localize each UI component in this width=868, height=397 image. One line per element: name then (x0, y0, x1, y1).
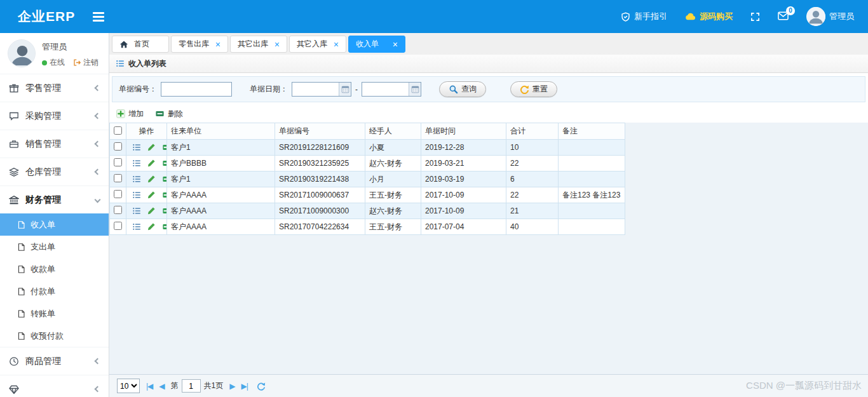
cell-total: 6 (506, 172, 559, 187)
col-header-handler: 经手人 (365, 123, 421, 140)
sidebar-item-warehouse[interactable]: 仓库管理 (0, 158, 109, 185)
hamburger-menu-icon[interactable] (93, 12, 104, 22)
cell-doc-date: 2017-10-09 (421, 187, 506, 203)
user-menu[interactable]: 管理员 (806, 7, 854, 26)
calendar-icon[interactable] (339, 83, 351, 96)
row-checkbox[interactable] (114, 206, 122, 214)
row-money-card-icon[interactable] (162, 159, 167, 168)
search-bar: 单据编号： 单据日期： - 查询 重置 (112, 76, 865, 102)
guide-label: 新手指引 (634, 11, 667, 22)
sidebar-subitem-payment[interactable]: 付款单 (0, 280, 109, 302)
fullscreen-button[interactable] (750, 12, 760, 22)
cell-handler: 王五-财务 (365, 219, 421, 235)
row-checkbox[interactable] (114, 158, 122, 166)
briefcase-icon (9, 139, 19, 149)
row-edit-pencil-icon[interactable] (147, 222, 156, 231)
select-all-checkbox[interactable] (114, 126, 122, 135)
page-next-button[interactable]: ▶ (229, 382, 234, 391)
page-title: 收入单列表 (128, 58, 166, 69)
row-detail-icon[interactable] (132, 175, 141, 184)
sidebar-subitem-advance[interactable]: 收预付款 (0, 325, 109, 347)
col-header-doc-no: 单据编号 (275, 123, 365, 140)
query-button[interactable]: 查询 (439, 81, 486, 97)
cell-doc-date: 2019-03-21 (421, 156, 506, 172)
sidebar-subitem-transfer[interactable]: 转账单 (0, 302, 109, 325)
row-detail-icon[interactable] (132, 206, 141, 215)
cell-handler: 小月 (365, 172, 421, 187)
page-total: 共1页 (204, 380, 224, 391)
layers-icon (9, 167, 19, 177)
refresh-icon[interactable] (257, 382, 266, 391)
guide-link[interactable]: 新手指引 (621, 11, 667, 22)
cell-total: 10 (506, 140, 559, 156)
row-checkbox[interactable] (114, 142, 122, 151)
page-last-button[interactable]: ▶| (241, 382, 248, 391)
row-money-card-icon[interactable] (162, 206, 167, 215)
avatar (806, 7, 825, 26)
tab-home[interactable]: 首页 (112, 36, 169, 53)
sidebar-item-goods[interactable] (0, 375, 109, 397)
row-edit-pencil-icon[interactable] (147, 191, 156, 199)
tab-retail-out[interactable]: 零售出库 × (171, 36, 228, 53)
row-detail-icon[interactable] (132, 143, 141, 152)
row-detail-icon[interactable] (132, 222, 141, 231)
table-row: 客户1 SR20190319221438 小月 2019-03-19 6 (110, 172, 625, 187)
sidebar-item-purchase[interactable]: 采购管理 (0, 102, 109, 130)
table-row: 客户AAAA SR20171009000637 王五-财务 2017-10-09… (110, 187, 625, 203)
sidebar-item-reports[interactable]: 商品管理 (0, 347, 109, 375)
table-area: 操作 往来单位 单据编号 经手人 单据时间 合计 备注 客户1 SR201912… (109, 123, 868, 374)
messages-button[interactable]: 0 (778, 11, 789, 22)
row-money-card-icon[interactable] (162, 175, 167, 184)
calendar-icon[interactable] (409, 83, 421, 96)
row-money-card-icon[interactable] (162, 191, 167, 199)
page-number-input[interactable] (182, 379, 201, 393)
sidebar-subitem-receipt[interactable]: 收款单 (0, 258, 109, 280)
sidebar-subitem-expense[interactable]: 支出单 (0, 236, 109, 258)
select-all-cell (110, 123, 126, 140)
fullscreen-icon (750, 12, 760, 22)
row-edit-pencil-icon[interactable] (147, 143, 156, 152)
cell-doc-no: SR20191228121609 (275, 140, 365, 156)
sidebar-item-finance[interactable]: 财务管理 (0, 185, 109, 213)
sidebar: 管理员 在线 注销 零售管理 采购管理 (0, 33, 109, 397)
tab-other-in[interactable]: 其它入库 × (289, 36, 346, 53)
logout-button[interactable]: 注销 (73, 57, 98, 68)
row-edit-pencil-icon[interactable] (147, 206, 156, 215)
tab-close-icon[interactable]: × (393, 40, 398, 49)
row-detail-icon[interactable] (132, 191, 141, 199)
sidebar-subitem-income[interactable]: 收入单 (0, 213, 109, 236)
tab-income[interactable]: 收入单 × (348, 36, 405, 53)
watermark: CSDN @一瓢源码到甘甜水 (746, 380, 862, 392)
row-edit-pencil-icon[interactable] (147, 159, 156, 168)
tab-other-out[interactable]: 其它出库 × (230, 36, 287, 53)
reset-button[interactable]: 重置 (510, 81, 557, 97)
page-first-button[interactable]: |◀ (146, 382, 153, 391)
cell-remark (559, 203, 625, 219)
doc-no-input[interactable] (161, 82, 232, 97)
sidebar-item-retail[interactable]: 零售管理 (0, 74, 109, 102)
cell-unit: 客户AAAA (167, 219, 275, 235)
cell-doc-date: 2017-07-04 (421, 219, 506, 235)
cell-doc-no: SR20190319221438 (275, 172, 365, 187)
row-detail-icon[interactable] (132, 159, 141, 168)
row-checkbox[interactable] (114, 190, 122, 198)
buy-source-link[interactable]: 源码购买 (685, 11, 733, 22)
chevron-left-icon (95, 113, 101, 119)
row-checkbox[interactable] (114, 222, 122, 230)
add-button[interactable]: 增加 (116, 109, 144, 119)
page-prev-button[interactable]: ◀ (159, 382, 164, 391)
delete-button[interactable]: 删除 (155, 109, 183, 119)
table-toolbar: 增加 删除 (109, 105, 868, 123)
tab-close-icon[interactable]: × (334, 40, 339, 49)
row-money-card-icon[interactable] (162, 143, 167, 152)
tab-close-icon[interactable]: × (215, 40, 220, 49)
chevron-left-icon (95, 141, 101, 147)
row-money-card-icon[interactable] (162, 222, 167, 231)
row-checkbox[interactable] (114, 174, 122, 182)
document-icon (17, 309, 25, 318)
tab-close-icon[interactable]: × (275, 40, 280, 49)
row-edit-pencil-icon[interactable] (147, 175, 156, 184)
page-size-select[interactable]: 10 (117, 379, 140, 393)
cell-doc-date: 2019-03-19 (421, 172, 506, 187)
sidebar-item-sales[interactable]: 销售管理 (0, 130, 109, 158)
